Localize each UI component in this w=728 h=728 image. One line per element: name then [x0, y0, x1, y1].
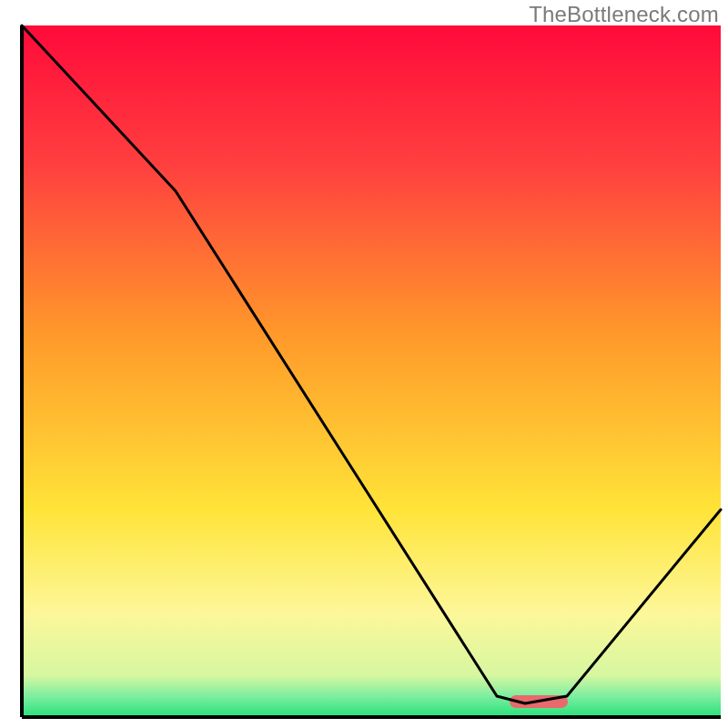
plot-background: [22, 25, 721, 717]
chart-container: TheBottleneck.com: [0, 0, 728, 728]
watermark-text: TheBottleneck.com: [529, 2, 719, 27]
bottleneck-chart: [0, 0, 728, 728]
